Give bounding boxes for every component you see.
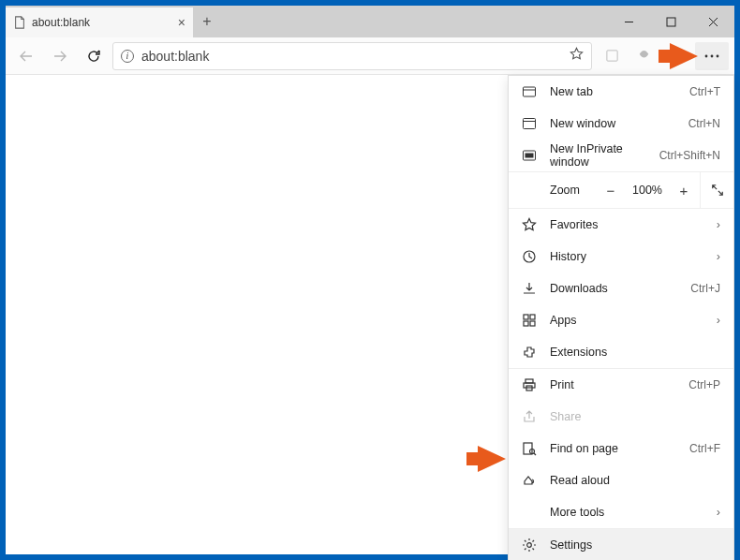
svg-rect-10 <box>524 119 536 129</box>
chevron-right-icon: › <box>717 250 720 263</box>
settings-icon <box>522 538 537 553</box>
history-icon <box>522 249 537 264</box>
menu-find[interactable]: Find on page Ctrl+F <box>509 433 733 464</box>
menu-shortcut: Ctrl+Shift+N <box>659 149 720 162</box>
menu-label: New window <box>550 117 675 130</box>
menu-settings[interactable]: Settings <box>509 529 733 560</box>
svg-rect-8 <box>524 87 536 96</box>
maximize-button[interactable] <box>650 6 692 37</box>
ext-icon-2[interactable] <box>629 42 658 70</box>
new-window-icon <box>522 116 537 131</box>
back-button[interactable] <box>11 41 41 71</box>
menu-shortcut: Ctrl+F <box>689 442 720 455</box>
menu-label: Settings <box>550 538 720 552</box>
ext-icon-1[interactable] <box>598 42 626 70</box>
svg-rect-16 <box>530 315 535 319</box>
fullscreen-button[interactable] <box>700 172 733 208</box>
menu-label: Find on page <box>550 442 676 455</box>
annotation-arrow-more <box>670 43 698 69</box>
read-aloud-icon <box>522 473 537 488</box>
zoom-label: Zoom <box>509 184 595 197</box>
menu-label: Share <box>550 410 720 423</box>
menu-favorites[interactable]: Favorites › <box>509 209 733 241</box>
menu-label: New tab <box>550 85 676 98</box>
find-icon <box>522 441 537 456</box>
svg-rect-17 <box>524 321 528 326</box>
address-input[interactable] <box>141 49 562 64</box>
refresh-button[interactable] <box>79 41 109 71</box>
address-bar[interactable]: i <box>112 42 592 70</box>
menu-apps[interactable]: Apps › <box>509 304 733 336</box>
new-tab-button[interactable]: + <box>193 6 221 37</box>
favorite-star-icon[interactable] <box>570 47 584 65</box>
share-icon <box>522 409 537 424</box>
favorites-icon <box>522 217 537 232</box>
tab-about-blank[interactable]: about:blank × <box>6 7 193 37</box>
chevron-right-icon: › <box>717 314 720 327</box>
tab-close-button[interactable]: × <box>178 15 185 30</box>
svg-rect-1 <box>667 18 675 26</box>
menu-downloads[interactable]: Downloads Ctrl+J <box>509 273 733 304</box>
window-controls <box>608 6 734 37</box>
menu-more-tools[interactable]: More tools › <box>509 496 733 528</box>
menu-print[interactable]: Print Ctrl+P <box>509 369 733 401</box>
more-menu: New tab Ctrl+T New window Ctrl+N New InP… <box>508 75 734 560</box>
extensions-icon <box>522 345 537 360</box>
menu-label: New InPrivate window <box>550 142 646 169</box>
menu-label: Read aloud <box>550 474 720 487</box>
menu-history[interactable]: History › <box>509 241 733 273</box>
chevron-right-icon: › <box>717 506 720 519</box>
menu-label: Apps <box>550 314 703 327</box>
menu-label: Print <box>550 378 675 391</box>
svg-point-24 <box>527 543 532 548</box>
more-menu-button[interactable] <box>695 42 729 70</box>
close-window-button[interactable] <box>692 6 734 37</box>
svg-point-7 <box>717 54 719 57</box>
annotation-arrow-settings <box>478 446 506 472</box>
menu-label: Extensions <box>550 346 720 359</box>
new-tab-icon <box>522 84 537 99</box>
inprivate-icon <box>522 148 537 163</box>
site-info-icon[interactable]: i <box>121 50 134 63</box>
titlebar: about:blank × + <box>6 6 734 37</box>
menu-shortcut: Ctrl+N <box>688 117 720 130</box>
browser-window: about:blank × + i <box>6 6 734 554</box>
zoom-in-button[interactable]: + <box>668 183 700 199</box>
menu-label: History <box>550 250 703 263</box>
forward-button[interactable] <box>45 41 75 71</box>
svg-point-6 <box>711 54 714 57</box>
menu-inprivate[interactable]: New InPrivate window Ctrl+Shift+N <box>509 140 733 171</box>
print-icon <box>522 377 537 392</box>
chevron-right-icon: › <box>717 218 720 231</box>
menu-label: Downloads <box>550 282 677 295</box>
apps-icon <box>522 313 537 328</box>
zoom-percent: 100% <box>627 184 668 197</box>
menu-read-aloud[interactable]: Read aloud <box>509 464 733 496</box>
menu-shortcut: Ctrl+J <box>690 282 720 295</box>
menu-new-window[interactable]: New window Ctrl+N <box>509 108 733 140</box>
svg-rect-18 <box>530 321 535 326</box>
downloads-icon <box>522 281 537 296</box>
menu-new-tab[interactable]: New tab Ctrl+T <box>509 76 733 108</box>
menu-shortcut: Ctrl+P <box>688 378 720 391</box>
svg-rect-15 <box>524 315 528 319</box>
page-icon <box>13 16 26 29</box>
menu-share: Share <box>509 401 733 433</box>
tab-title: about:blank <box>32 16 90 29</box>
menu-label: More tools <box>550 506 703 519</box>
menu-zoom-row: Zoom − 100% + <box>509 172 733 208</box>
page-content: New tab Ctrl+T New window Ctrl+N New InP… <box>6 75 734 554</box>
svg-rect-13 <box>525 154 533 157</box>
svg-point-5 <box>705 54 708 57</box>
menu-shortcut: Ctrl+T <box>689 85 720 98</box>
zoom-out-button[interactable]: − <box>595 183 627 199</box>
svg-rect-4 <box>606 51 616 61</box>
menu-label: Favorites <box>550 218 703 231</box>
svg-rect-22 <box>524 443 532 454</box>
toolbar: i <box>6 37 734 75</box>
menu-extensions[interactable]: Extensions <box>509 336 733 368</box>
minimize-button[interactable] <box>608 6 650 37</box>
svg-rect-19 <box>525 379 533 383</box>
